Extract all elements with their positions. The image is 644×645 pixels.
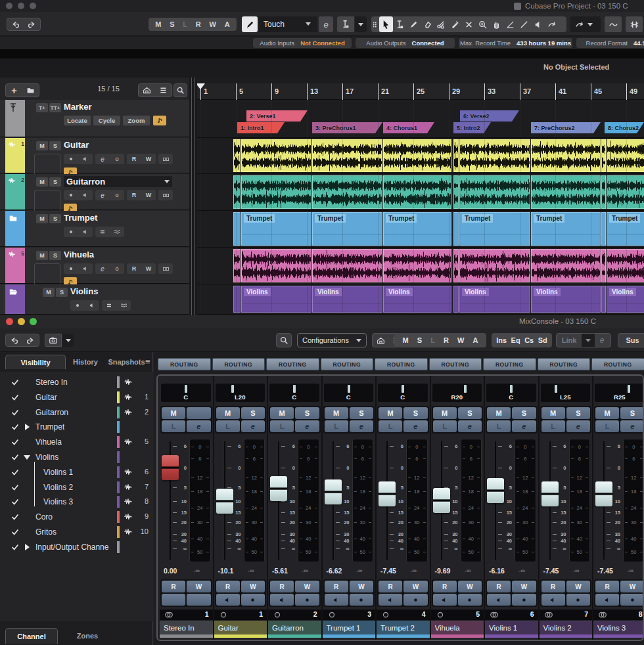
audio-event[interactable] — [607, 249, 644, 282]
fader-cap[interactable] — [433, 488, 450, 513]
track-mute-button[interactable]: M — [36, 214, 48, 223]
link-button[interactable]: Link — [557, 336, 582, 344]
undo-button[interactable] — [6, 334, 22, 346]
monitor-button[interactable] — [78, 227, 93, 237]
auto-scroll-caret[interactable] — [355, 16, 367, 32]
channel-read-button[interactable]: R — [216, 581, 240, 592]
redo-button[interactable] — [22, 334, 39, 346]
channel-edit-button[interactable]: e — [241, 420, 265, 432]
erase-tool[interactable] — [421, 16, 434, 32]
edit-channel-button[interactable]: e — [95, 265, 110, 273]
automation-m-button[interactable]: M — [155, 20, 161, 28]
audio-event[interactable] — [241, 175, 311, 209]
tab-menu-icon[interactable]: ≡ — [145, 357, 153, 366]
channel-edit-button[interactable]: e — [566, 420, 590, 432]
marker-event[interactable]: 3: PreChorus1 — [312, 122, 382, 133]
channel-edit-button[interactable]: e — [295, 420, 319, 432]
channel-solo-button[interactable]: S — [295, 407, 319, 419]
close-button[interactable] — [6, 318, 13, 325]
channel-solo-button[interactable]: S — [403, 407, 427, 419]
audio-event[interactable] — [312, 175, 382, 209]
bottom-tab-channel[interactable]: Channel — [5, 628, 58, 644]
insert-bypass-button[interactable]: o — [110, 156, 124, 162]
visibility-item-violins-1[interactable]: Violins 16 — [0, 465, 153, 479]
track-header-guitarron[interactable]: 2MSGuitarroneoRW — [0, 174, 189, 210]
write-button[interactable]: W — [141, 192, 156, 198]
visibility-item-guitar[interactable]: Guitar1 — [0, 390, 153, 405]
rack-sd-button[interactable]: Sd — [538, 336, 547, 344]
fader-cap[interactable] — [325, 479, 342, 504]
channel-record-button[interactable] — [350, 594, 373, 606]
marker-event[interactable]: 6: Verse2 — [460, 110, 519, 122]
track-header-guitar[interactable]: 1MSGuitareoRW — [0, 138, 189, 173]
mix-automation-m-button[interactable]: M — [403, 336, 409, 344]
visibility-item-violins-2[interactable]: Violins 27 — [0, 480, 153, 495]
fader-cap[interactable] — [595, 481, 612, 506]
track-solo-button[interactable]: S — [49, 251, 61, 260]
channel-edit-button[interactable]: e — [458, 420, 482, 432]
mix-automation-w-button[interactable]: W — [457, 336, 464, 344]
marker-event[interactable]: 4: Chorus1 — [383, 122, 434, 133]
audio-event[interactable] — [453, 175, 459, 209]
collapse-arrow-icon[interactable] — [24, 455, 30, 460]
read-button[interactable]: R — [127, 156, 141, 162]
marker-zoom-button[interactable]: Zoom — [123, 116, 150, 125]
audio-event[interactable]: Violins — [241, 286, 311, 313]
pan-control[interactable]: R20 — [432, 384, 482, 402]
channel-name-row[interactable]: Violins 1 — [485, 621, 538, 634]
audio-event[interactable] — [601, 286, 606, 313]
audio-event[interactable] — [383, 139, 451, 172]
audio-event[interactable]: Trumpet — [607, 212, 644, 246]
track-header-marker[interactable]: T+TT+MarkerLocateCycleZoom — [0, 100, 189, 137]
channel-edit-button[interactable]: e — [620, 420, 644, 432]
configurations-select[interactable]: Configurations — [297, 333, 367, 347]
channel-mute-button[interactable]: M — [270, 407, 294, 419]
channel-name-row[interactable]: Trumpet 1 — [323, 621, 376, 634]
freeze-button[interactable] — [116, 300, 131, 311]
fader-cap[interactable] — [162, 455, 179, 480]
visibility-check[interactable] — [11, 378, 20, 387]
audio-event[interactable] — [453, 212, 459, 246]
audio-event[interactable] — [601, 212, 606, 246]
redo-button[interactable] — [24, 18, 40, 30]
channel-read-button[interactable]: R — [162, 581, 185, 592]
channel-listen-button[interactable]: L — [433, 420, 457, 432]
channel-solo-button[interactable]: S — [566, 407, 590, 419]
visibility-check[interactable] — [11, 543, 20, 552]
visibility-check[interactable] — [11, 453, 20, 462]
audio-event[interactable] — [233, 139, 241, 172]
mix-search-button[interactable] — [276, 333, 292, 347]
group-edit-button[interactable] — [102, 300, 116, 311]
visibility-item-gritos[interactable]: Gritos10 — [0, 525, 153, 539]
visibility-check[interactable] — [11, 512, 20, 522]
mute-tool[interactable] — [462, 16, 476, 32]
channel-read-button[interactable]: R — [379, 581, 402, 592]
visibility-item-violins[interactable]: Violins — [0, 450, 153, 464]
marker-event[interactable]: 2: Verse1 — [246, 110, 308, 122]
audio-event[interactable] — [601, 139, 606, 172]
track-solo-button[interactable]: S — [49, 141, 61, 150]
channel-record-button[interactable] — [512, 594, 536, 606]
play-tool[interactable] — [531, 16, 545, 32]
hand-tool[interactable] — [490, 16, 503, 32]
record-arm-button[interactable] — [64, 263, 78, 274]
automation-s-button[interactable]: S — [170, 20, 174, 28]
channel-edit-button[interactable]: e — [187, 420, 210, 432]
split-tool[interactable] — [434, 16, 448, 32]
routing-rack-header[interactable]: ROUTING — [212, 358, 265, 370]
channel-read-button[interactable]: R — [270, 581, 294, 592]
audio-event[interactable] — [233, 212, 241, 246]
track-name-dropdown[interactable]: Guitarron — [64, 176, 172, 187]
channel-read-button[interactable]: R — [541, 581, 565, 592]
link-caret[interactable] — [582, 334, 595, 347]
audio-event[interactable]: Trumpet — [241, 212, 311, 246]
fader-cap[interactable] — [270, 476, 287, 501]
close-button[interactable] — [6, 3, 12, 9]
curve-tool-button[interactable] — [605, 16, 622, 32]
audio-event[interactable] — [312, 249, 382, 282]
audio-event[interactable] — [453, 286, 459, 313]
track-mute-button[interactable]: M — [36, 141, 48, 150]
channel-monitor-button[interactable] — [379, 594, 402, 606]
channel-record-button[interactable] — [295, 594, 319, 606]
channel-write-button[interactable]: W — [566, 581, 590, 592]
